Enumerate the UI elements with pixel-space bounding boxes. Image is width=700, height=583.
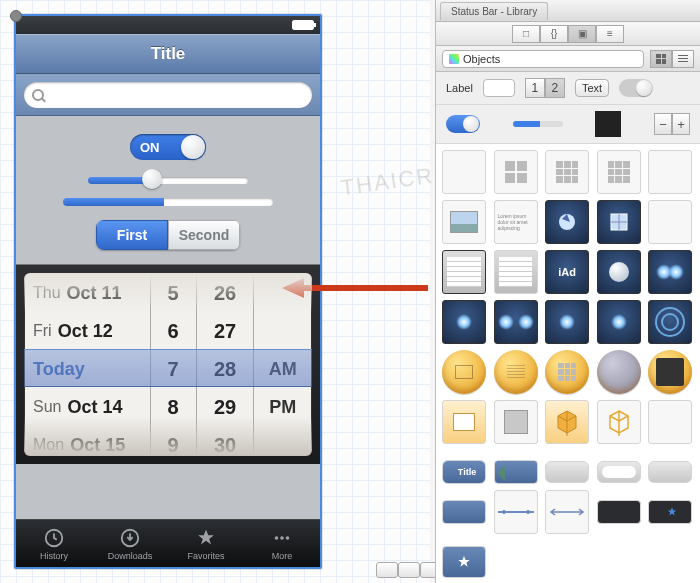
slider[interactable] xyxy=(88,174,248,184)
progress-sample[interactable] xyxy=(513,121,563,127)
library-dropdown[interactable]: Objects xyxy=(442,50,644,68)
lib-item-mapview[interactable] xyxy=(597,200,641,244)
inspector-tab-media[interactable]: ≡ xyxy=(596,25,624,43)
download-icon xyxy=(119,527,141,549)
lib-item-navbar[interactable]: Title xyxy=(442,460,486,484)
navbar-title: Title xyxy=(151,44,186,64)
lib-item-placeholder[interactable] xyxy=(648,400,692,444)
lib-item-glow4[interactable] xyxy=(545,300,589,344)
inspector-tab-file[interactable]: □ xyxy=(512,25,540,43)
svg-point-4 xyxy=(286,536,290,540)
lib-item-glow1[interactable] xyxy=(648,250,692,294)
lib-item-webview[interactable] xyxy=(545,200,589,244)
lib-item-collection[interactable] xyxy=(545,150,589,194)
lib-item-tabitem[interactable] xyxy=(648,500,692,524)
lib-item-cell[interactable] xyxy=(648,150,692,194)
label-sample[interactable]: Label xyxy=(446,82,473,94)
picker-minute-column[interactable]: 26 27 28 29 30 xyxy=(196,274,254,455)
grid-view-button[interactable] xyxy=(650,50,672,68)
date-picker[interactable]: ThuOct 11 FriOct 12 Today SunOct 14 MonO… xyxy=(16,264,320,464)
svg-point-10 xyxy=(502,510,506,514)
lib-item-glow2[interactable] xyxy=(442,300,486,344)
lib-item-iad[interactable]: iAd xyxy=(545,250,589,294)
lib-item-textview[interactable]: Lorem ipsum dolor sit amet adipiscing xyxy=(494,200,538,244)
library-panel: Status Bar - Library □ {} ▣ ≡ Objects La… xyxy=(435,0,700,583)
lib-item-square-gray[interactable] xyxy=(494,400,538,444)
switch-on-sample[interactable] xyxy=(446,115,480,133)
window-tab-bar: Status Bar - Library xyxy=(436,0,700,22)
inspector-tabs: □ {} ▣ ≡ xyxy=(436,22,700,46)
lib-item-datepicker[interactable] xyxy=(442,250,486,294)
text-button-sample[interactable]: Text xyxy=(575,79,609,97)
svg-point-2 xyxy=(275,536,279,540)
lib-item-searchbar[interactable] xyxy=(597,461,641,483)
library-grid[interactable]: Lorem ipsum dolor sit amet adipiscing iA… xyxy=(436,144,700,583)
picker-hour-column[interactable]: 5 6 7 8 9 xyxy=(150,274,196,455)
switch-label: ON xyxy=(140,140,160,155)
lib-item-imageview[interactable] xyxy=(442,200,486,244)
lib-item-rings[interactable] xyxy=(648,300,692,344)
lib-item-scrollview[interactable] xyxy=(648,200,692,244)
list-view-button[interactable] xyxy=(672,50,694,68)
lib-item-orb1[interactable] xyxy=(442,350,486,394)
lib-item-orb3[interactable] xyxy=(545,350,589,394)
library-sample-row-2: −+ xyxy=(436,105,700,144)
lib-item-orb5[interactable] xyxy=(648,350,692,394)
inspector-tab-object[interactable]: ▣ xyxy=(568,25,596,43)
stepper-sample[interactable]: −+ xyxy=(654,113,690,135)
lib-item-glkit[interactable] xyxy=(597,250,641,294)
segmented-sample[interactable]: 1 2 xyxy=(525,78,565,98)
lib-item-tableview[interactable] xyxy=(442,150,486,194)
rounded-rect-sample[interactable] xyxy=(483,79,515,97)
toggle-switch[interactable]: ON xyxy=(130,134,206,160)
tab-history[interactable]: History xyxy=(16,520,92,567)
lib-item-pickerview[interactable] xyxy=(494,250,538,294)
iphone-canvas[interactable]: Title ON First Second ThuOct 11 Fri xyxy=(14,14,322,569)
lib-item-bluebar2[interactable] xyxy=(442,500,486,524)
search-input[interactable] xyxy=(24,82,312,108)
lib-item-baritem[interactable] xyxy=(648,461,692,483)
segmented-control[interactable]: First Second xyxy=(96,220,240,250)
lib-item-cube-wire[interactable] xyxy=(597,400,641,444)
lib-item-slider-h[interactable] xyxy=(494,490,538,534)
canvas-tool-2[interactable] xyxy=(398,562,420,578)
page-control-sample[interactable] xyxy=(595,111,621,137)
inspector-tab-code[interactable]: {} xyxy=(540,25,568,43)
tab-favorites[interactable]: Favorites xyxy=(168,520,244,567)
battery-icon xyxy=(292,20,314,30)
slider-knob[interactable] xyxy=(142,169,162,189)
canvas-tool-1[interactable] xyxy=(376,562,398,578)
search-icon xyxy=(32,89,44,101)
library-header: Objects xyxy=(436,46,700,72)
canvas-toolbar xyxy=(376,562,442,578)
lib-item-collection2[interactable] xyxy=(597,150,641,194)
switch-knob xyxy=(181,135,205,159)
picker-ampm-column[interactable]: AM PM xyxy=(253,274,311,455)
lib-item-glow3[interactable] xyxy=(494,300,538,344)
tab-downloads[interactable]: Downloads xyxy=(92,520,168,567)
tab-more[interactable]: More xyxy=(244,520,320,567)
status-bar xyxy=(16,16,320,34)
view-mode-toggle[interactable] xyxy=(650,50,694,68)
lib-item-tablecell[interactable] xyxy=(494,150,538,194)
lib-item-book[interactable] xyxy=(442,400,486,444)
lib-item-orb2[interactable] xyxy=(494,350,538,394)
segment-first[interactable]: First xyxy=(96,220,168,250)
picker-date-column[interactable]: ThuOct 11 FriOct 12 Today SunOct 14 MonO… xyxy=(25,274,150,455)
lib-item-last[interactable] xyxy=(442,546,486,578)
lib-item-tabbar-sample[interactable] xyxy=(597,500,641,524)
lib-item-cube-solid[interactable] xyxy=(545,400,589,444)
svg-point-3 xyxy=(280,536,284,540)
close-handle[interactable] xyxy=(10,10,22,22)
lib-item-navitem[interactable] xyxy=(494,460,538,484)
lib-item-orb-gray[interactable] xyxy=(597,350,641,394)
star-icon xyxy=(195,527,217,549)
navigation-bar: Title xyxy=(16,34,320,74)
switch-off-sample[interactable] xyxy=(619,79,653,97)
lib-item-toolbar[interactable] xyxy=(545,461,589,483)
segment-second[interactable]: Second xyxy=(168,220,240,250)
lib-item-arrows[interactable] xyxy=(545,490,589,534)
lib-item-glow5[interactable] xyxy=(597,300,641,344)
objects-icon xyxy=(449,54,459,64)
window-tab[interactable]: Status Bar - Library xyxy=(440,2,548,20)
